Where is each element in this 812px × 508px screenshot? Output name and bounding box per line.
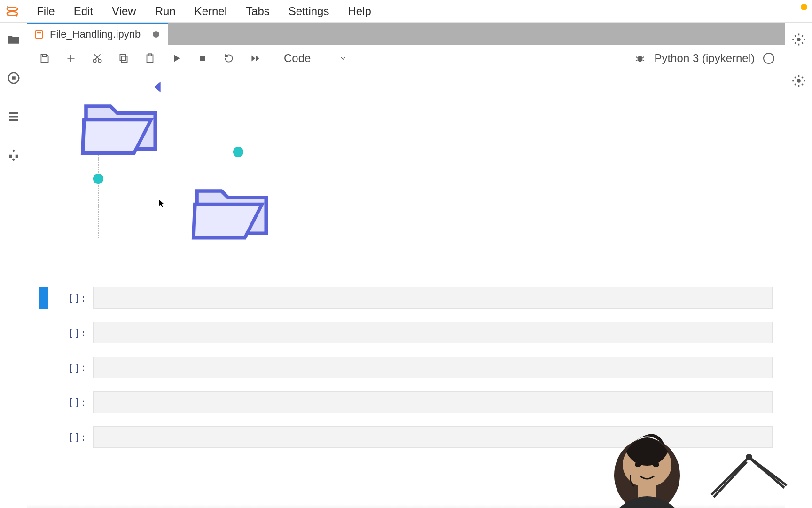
svg-rect-21 [638,484,656,498]
running-sessions-icon[interactable] [5,70,22,87]
notebook-tab[interactable]: File_Handling.ipynb [27,23,168,45]
folder-open-icon-2 [188,173,277,245]
svg-point-24 [746,454,752,460]
code-cell[interactable]: [ ]: [39,357,773,378]
svg-point-1 [7,11,17,15]
jupyter-logo-icon [2,2,23,21]
svg-point-16 [637,56,642,62]
menu-help[interactable]: Help [338,2,380,21]
kernel-status-icon [763,53,774,64]
svg-point-9 [93,59,96,63]
mic-arm [707,443,791,500]
left-activity-bar [0,23,27,508]
menu-file[interactable]: File [27,2,64,21]
cell-source[interactable] [94,357,772,370]
run-all-icon[interactable] [248,51,262,65]
teal-dot-2 [93,174,103,184]
cell-type-select[interactable]: Code [279,50,350,67]
cell-source[interactable] [94,287,772,301]
svg-point-23 [653,462,659,467]
restart-kernel-icon[interactable] [222,51,236,65]
menu-view[interactable]: View [102,2,146,21]
svg-point-3 [16,15,18,16]
svg-rect-6 [12,76,16,80]
menu-run[interactable]: Run [146,2,185,21]
svg-point-22 [635,462,641,467]
cell-active-gutter [39,287,48,309]
unsaved-indicator-icon [153,31,159,38]
menu-edit[interactable]: Edit [64,2,102,21]
cursor-icon [158,199,165,208]
code-cell[interactable]: [ ]: [39,287,773,309]
teal-dot-1 [233,147,243,157]
cell-input-area[interactable] [93,391,773,413]
menu-tabs[interactable]: Tabs [236,2,279,21]
cell-source[interactable] [94,322,772,335]
svg-point-2 [7,6,9,8]
property-inspector-gear-icon[interactable] [790,31,807,48]
svg-rect-11 [122,56,127,62]
code-cell[interactable]: [ ]: [39,391,773,413]
table-of-contents-icon[interactable] [5,108,22,125]
notebook-tab-label: File_Handling.ipynb [50,28,141,40]
debugger-icon[interactable] [634,52,646,64]
interrupt-icon[interactable] [195,51,210,65]
folder-open-icon-1 [77,88,166,160]
right-activity-bar [785,23,812,508]
cell-input-area[interactable] [93,357,773,378]
svg-point-0 [7,7,17,11]
svg-rect-12 [120,54,125,60]
debugger-panel-gear-icon[interactable] [790,72,807,89]
svg-rect-15 [200,56,205,61]
menu-settings[interactable]: Settings [279,2,339,21]
cut-icon[interactable] [90,51,104,65]
extensions-icon[interactable] [5,147,22,164]
add-cell-icon[interactable] [64,51,78,65]
notebook-toolbar: Code Python 3 (ipykernel) [27,45,785,71]
file-browser-icon[interactable] [5,31,22,48]
copy-icon[interactable] [117,51,131,65]
svg-rect-7 [36,31,43,39]
run-cell-icon[interactable] [169,51,183,65]
cell-prompt: [ ]: [48,391,93,413]
cell-source[interactable] [94,392,772,405]
paste-icon[interactable] [143,51,157,65]
cell-prompt: [ ]: [48,426,93,448]
menubar: File Edit View Run Kernel Tabs Settings … [0,0,812,23]
cell-prompt: [ ]: [48,322,93,343]
tab-strip: File_Handling.ipynb [27,23,785,45]
menu-kernel[interactable]: Kernel [185,2,236,21]
code-cell[interactable]: [ ]: [39,322,773,343]
svg-point-10 [98,59,102,63]
save-icon[interactable] [38,51,52,65]
cell-type-label: Code [284,52,311,65]
window-indicator-dot [801,4,807,10]
svg-point-18 [797,79,801,83]
svg-point-4 [7,15,8,16]
menu-items: File Edit View Run Kernel Tabs Settings … [27,2,381,21]
svg-point-17 [797,38,801,41]
chevron-down-icon [339,54,347,63]
notebook-file-icon [34,29,44,40]
svg-rect-8 [37,32,41,33]
kernel-name-label[interactable]: Python 3 (ipykernel) [655,52,755,65]
cell-prompt: [ ]: [48,287,93,309]
cell-input-area[interactable] [93,322,773,343]
diagram-output [49,80,406,282]
cell-prompt: [ ]: [48,357,93,378]
cell-input-area[interactable] [93,287,773,309]
kernel-indicator: Python 3 (ipykernel) [634,52,774,65]
presenter-webcam [593,419,701,508]
